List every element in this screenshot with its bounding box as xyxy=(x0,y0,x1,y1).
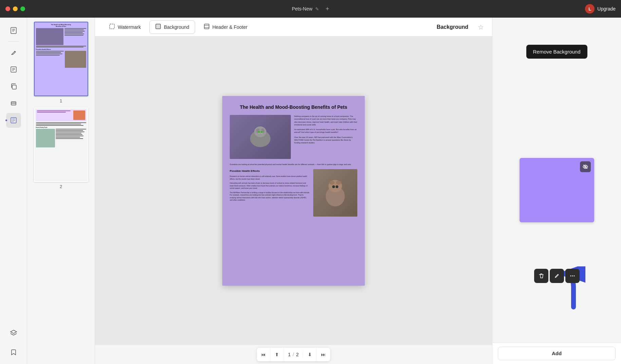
minimize-button[interactable] xyxy=(13,6,18,11)
tab-watermark[interactable]: Watermark xyxy=(103,20,147,34)
titlebar-title: Pets-New ✎ + xyxy=(292,5,329,13)
document-title: Pets-New xyxy=(292,6,313,12)
tab-background-label: Background xyxy=(164,24,189,30)
doc-text-col-1: Nothing compares to the joy of coming ho… xyxy=(294,115,357,159)
sidebar-icon-bookmark[interactable] xyxy=(6,345,21,360)
svg-rect-16 xyxy=(204,24,209,29)
thumbnails-panel: The Health and Mood-BoostingBenefits of … xyxy=(27,18,95,364)
sidebar-icon-annotate[interactable] xyxy=(6,45,21,60)
traffic-lights xyxy=(5,6,25,11)
delete-button[interactable] xyxy=(534,269,548,283)
star-icon[interactable]: ☆ xyxy=(478,23,484,31)
current-page[interactable]: 1 xyxy=(288,352,291,357)
sidebar-divider-1 xyxy=(8,41,19,42)
add-button[interactable]: Add xyxy=(498,347,616,360)
main-area: Watermark Background Header & Footer Bac… xyxy=(95,18,492,364)
background-icon xyxy=(155,23,161,31)
right-panel-footer: Add xyxy=(492,342,621,364)
doc-separator-text: Scientists are looking at what the poten… xyxy=(230,163,357,166)
doc-cat-image xyxy=(230,115,291,159)
page-first-button[interactable]: ⏮ xyxy=(257,348,270,361)
sidebar-icon-wrapper-edit xyxy=(6,113,21,128)
svg-rect-14 xyxy=(110,24,114,29)
svg-point-35 xyxy=(570,276,571,277)
svg-point-31 xyxy=(332,185,335,188)
context-btn-row xyxy=(534,269,580,283)
sidebar-icon-layers-bottom[interactable] xyxy=(6,325,21,340)
doc-section-title: Possible Health Effects xyxy=(230,169,310,173)
svg-point-25 xyxy=(258,131,260,133)
maximize-button[interactable] xyxy=(20,6,25,11)
thumbnail-wrapper-1: The Health and Mood-BoostingBenefits of … xyxy=(34,22,88,103)
sidebar-icon-layers[interactable] xyxy=(6,96,21,111)
page-last-button[interactable]: ⏭ xyxy=(317,348,330,361)
page-slash: / xyxy=(293,352,294,357)
page-number-2: 2 xyxy=(60,184,62,189)
page-thumbnail-1[interactable]: The Health and Mood-BoostingBenefits of … xyxy=(34,22,88,96)
doc-dog-image xyxy=(313,169,357,217)
sidebar-icon-forms[interactable] xyxy=(6,62,21,77)
sidebar-icon-copy[interactable] xyxy=(6,79,21,94)
toolbar: Watermark Background Header & Footer Bac… xyxy=(95,18,492,37)
pagination-bar: ⏮ ⬆ 1 / 2 ⬇ ⏭ xyxy=(95,345,492,364)
doc-title: The Health and Mood-Boosting Benefits of… xyxy=(230,104,357,110)
svg-rect-9 xyxy=(11,102,16,105)
header-footer-icon xyxy=(204,23,210,31)
tooltip-remove-background: Remove Background xyxy=(526,45,587,59)
tooltip-text: Remove Background xyxy=(533,49,580,55)
page-info: 1 / 2 xyxy=(284,352,303,357)
svg-point-26 xyxy=(261,131,263,133)
add-tab-button[interactable]: + xyxy=(326,5,330,13)
sidebar-icon-pages[interactable] xyxy=(6,23,21,38)
svg-marker-13 xyxy=(11,330,17,333)
page-thumbnail-2[interactable]: Animals Helping People xyxy=(34,107,88,182)
svg-rect-0 xyxy=(11,27,16,34)
total-pages: 2 xyxy=(296,352,299,357)
tab-background[interactable]: Background xyxy=(149,20,195,34)
svg-point-20 xyxy=(254,126,266,137)
tab-header-footer[interactable]: Header & Footer xyxy=(198,20,253,34)
svg-point-36 xyxy=(572,276,573,277)
bg-preview-card[interactable] xyxy=(520,158,594,222)
page-number-1: 1 xyxy=(60,98,62,103)
svg-point-30 xyxy=(336,181,341,185)
thumbnail-wrapper-2: Animals Helping People xyxy=(34,107,88,189)
more-options-button[interactable] xyxy=(565,269,580,283)
tab-watermark-label: Watermark xyxy=(118,24,141,30)
app-body: The Health and Mood-BoostingBenefits of … xyxy=(0,18,621,364)
svg-rect-8 xyxy=(12,85,16,89)
edit-button[interactable] xyxy=(550,269,564,283)
eye-toggle-button[interactable] xyxy=(580,161,591,172)
edit-icon[interactable]: ✎ xyxy=(315,6,319,12)
tab-header-footer-label: Header & Footer xyxy=(212,24,248,30)
close-button[interactable] xyxy=(5,6,10,11)
document-page: The Health and Mood-Boosting Benefits of… xyxy=(222,96,365,286)
svg-point-32 xyxy=(336,185,338,188)
avatar: L xyxy=(585,4,595,14)
page-prev-button[interactable]: ⬆ xyxy=(270,348,284,361)
watermark-icon xyxy=(109,23,115,31)
upgrade-section: L Upgrade xyxy=(585,4,616,14)
svg-point-29 xyxy=(329,181,335,185)
right-panel: Remove Background xyxy=(492,18,621,364)
titlebar: Pets-New ✎ + L Upgrade xyxy=(0,0,621,18)
sidebar-icon-edit-active[interactable] xyxy=(6,113,21,128)
bg-preview-area: Remove Background xyxy=(492,18,621,342)
right-panel-tab-title: Background xyxy=(437,24,468,30)
icon-sidebar xyxy=(0,18,27,364)
doc-bottom-text: Possible Health Effects Research on huma… xyxy=(230,169,310,217)
svg-rect-15 xyxy=(156,24,161,29)
upgrade-button[interactable]: Upgrade xyxy=(597,6,616,12)
page-next-button[interactable]: ⬇ xyxy=(303,348,317,361)
pagination-container: ⏮ ⬆ 1 / 2 ⬇ ⏭ xyxy=(257,348,330,361)
canvas-area: The Health and Mood-Boosting Benefits of… xyxy=(95,37,492,345)
svg-point-37 xyxy=(573,276,575,277)
